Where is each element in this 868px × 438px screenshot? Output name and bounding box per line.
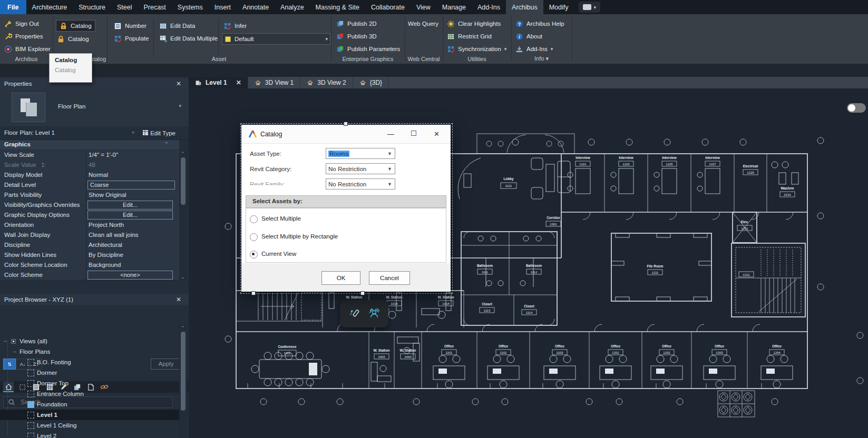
panel-asset: Number Populate Edit Data Edit Data Mult… — [107, 14, 331, 64]
property-row[interactable]: Graphic Display OptionsEdit... — [0, 210, 179, 221]
highlight-person-icon[interactable] — [368, 307, 381, 320]
properties-scrollbar[interactable]: ⌃ ⌄ — [179, 150, 187, 281]
property-row[interactable]: Color Scheme<none> — [0, 270, 179, 281]
marquee-handle[interactable] — [360, 291, 365, 295]
minimize-icon[interactable]: — — [387, 130, 394, 138]
svg-text:Electrical: Electrical — [743, 164, 758, 168]
radio-select-multiple-rectangle[interactable] — [250, 233, 258, 241]
view-tab-3d[interactable]: {3D} — [353, 77, 389, 88]
view-tab-level-1[interactable]: Level 1 ✕ — [189, 77, 248, 88]
sign-out-button[interactable]: Sign Out — [4, 18, 39, 29]
property-row[interactable]: OrientationProject North — [0, 220, 179, 231]
tab-analyze[interactable]: Analyze — [275, 0, 309, 14]
collapse-icon[interactable]: ⌃ — [164, 141, 169, 147]
restrict-grid-button[interactable]: Restrict Grid — [447, 31, 492, 42]
publish-2d-button[interactable]: Publish 2D — [336, 18, 377, 29]
section-graphics[interactable]: Graphics ⌃ — [0, 140, 179, 150]
close-icon[interactable]: ✕ — [176, 296, 181, 303]
sweep-icon[interactable] — [348, 307, 360, 320]
entrance-vestibule — [477, 134, 574, 154]
tab-view[interactable]: View — [411, 0, 436, 14]
tab-file[interactable]: File — [0, 0, 26, 14]
cancel-button[interactable]: Cancel — [369, 271, 410, 285]
default-combobox[interactable]: Default ▾ — [222, 33, 330, 45]
sun-icon — [447, 20, 455, 28]
maximize-icon[interactable]: ☐ — [411, 130, 417, 137]
color-scheme-button[interactable]: <none> — [87, 271, 173, 280]
web-query-button[interactable]: Web Query — [408, 18, 438, 29]
type-name: Floor Plan — [58, 103, 85, 110]
about-button[interactable]: i About — [515, 31, 542, 42]
publish-3d-button[interactable]: Publish 3D — [336, 31, 377, 42]
bim-explorer-button[interactable]: BIM Explorer — [4, 44, 50, 54]
home-view-button[interactable] — [3, 382, 14, 392]
svg-text:1101: 1101 — [446, 351, 453, 354]
catalog-button-2[interactable]: Catalog — [57, 34, 89, 44]
floor-plan-icon — [27, 422, 34, 429]
populate-button[interactable]: Populate — [114, 33, 149, 44]
close-icon[interactable]: ✕ — [434, 130, 440, 138]
tree-views-all[interactable]: − Views (all) — [3, 336, 182, 346]
synchronization-button[interactable]: Synchronization ▾ — [447, 44, 506, 54]
close-icon[interactable]: ✕ — [236, 79, 241, 86]
catalog-button[interactable]: Catalog — [56, 21, 95, 31]
number-button[interactable]: Number — [114, 21, 147, 31]
radio-select-multiple[interactable] — [250, 215, 258, 223]
view-tab-3d-view-1[interactable]: 3D View 1 — [248, 77, 300, 88]
chevron-down-icon[interactable]: ▾ — [179, 103, 181, 108]
tree-floor-plans[interactable]: − Floor Plans — [13, 346, 192, 357]
asset-type-select[interactable]: Rooms ▼ — [326, 148, 395, 159]
tab-modify[interactable]: Modify — [543, 0, 574, 14]
property-row[interactable]: View Scale1/4" = 1'-0" — [0, 150, 179, 161]
tab-archibus[interactable]: Archibus — [506, 0, 543, 14]
tab-manage[interactable]: Manage — [436, 0, 472, 14]
property-row[interactable]: Color Scheme LocationBackground — [0, 260, 179, 271]
tab-structure[interactable]: Structure — [73, 0, 111, 14]
radio-current-view[interactable] — [250, 251, 258, 258]
tab-steel[interactable]: Steel — [111, 0, 138, 14]
selection-view-button[interactable] — [17, 382, 27, 392]
marquee-handle[interactable] — [251, 291, 256, 295]
archibus-help-button[interactable]: ? Archibus Help — [515, 18, 564, 29]
dialog-titlebar[interactable]: Catalog — ☐ ✕ — [241, 125, 451, 144]
tree-item-selected[interactable]: Level 1 — [0, 410, 179, 420]
media-button[interactable]: ▾ — [579, 2, 601, 13]
view-tab-3d-view-2[interactable]: 3D View 2 — [300, 77, 353, 88]
property-row[interactable]: Visibility/Graphics OverridesEdit... — [0, 200, 179, 211]
revit-family-select[interactable]: No Restriction ▼ — [326, 178, 395, 190]
room-label-corridor: Corridor1301 — [546, 216, 561, 226]
instance-selector[interactable]: Floor Plan: Level 1 ˅ Edit Type — [0, 128, 189, 140]
add-ins-button[interactable]: Add-Ins ▾ — [515, 44, 553, 54]
property-row[interactable]: Wall Join DisplayClean all wall joins — [0, 230, 179, 241]
property-row[interactable]: Show Hidden LinesBy Discipline — [0, 250, 179, 261]
tab-architecture[interactable]: Architecture — [26, 0, 73, 14]
tab-annotate[interactable]: Annotate — [237, 0, 275, 14]
sort-default-button[interactable]: ⇅ — [3, 359, 16, 370]
theme-toggle[interactable] — [847, 103, 866, 113]
tab-precast[interactable]: Precast — [138, 0, 171, 14]
type-selector[interactable]: Floor Plan ▾ — [0, 89, 189, 126]
tab-collaborate[interactable]: Collaborate — [365, 0, 411, 14]
property-row[interactable]: Display ModelNormal — [0, 170, 179, 181]
edit-type-button[interactable]: Edit Type — [142, 130, 175, 136]
tab-systems[interactable]: Systems — [172, 0, 209, 14]
property-row[interactable]: Detail LevelCoarse — [0, 180, 179, 191]
edit-button[interactable]: Edit... — [87, 201, 173, 210]
tree-scrollbar[interactable]: ⌃ — [179, 324, 187, 438]
edit-data-button[interactable]: Edit Data — [159, 21, 195, 31]
ok-button[interactable]: OK — [321, 271, 360, 285]
properties-button[interactable]: Properties — [4, 31, 43, 42]
tab-massing-site[interactable]: Massing & Site — [310, 0, 365, 14]
property-row[interactable]: DisciplineArchitectural — [0, 240, 179, 251]
close-icon[interactable]: ✕ — [176, 80, 181, 87]
clear-highlights-button[interactable]: Clear Highlights — [447, 18, 501, 29]
publish-parameters-button[interactable]: Publish Parameters — [336, 44, 400, 54]
revit-category-select[interactable]: No Restriction ▼ — [326, 163, 395, 174]
property-row[interactable]: Parts VisibilityShow Original — [0, 190, 179, 201]
edit-data-multiple-button[interactable]: Edit Data Multiple — [159, 33, 218, 44]
tab-insert[interactable]: Insert — [209, 0, 237, 14]
edit-button[interactable]: Edit... — [87, 211, 173, 220]
tab-add-ins[interactable]: Add-Ins — [472, 0, 506, 14]
infer-button[interactable]: Infer — [223, 21, 247, 31]
marquee-handle[interactable] — [344, 122, 348, 126]
